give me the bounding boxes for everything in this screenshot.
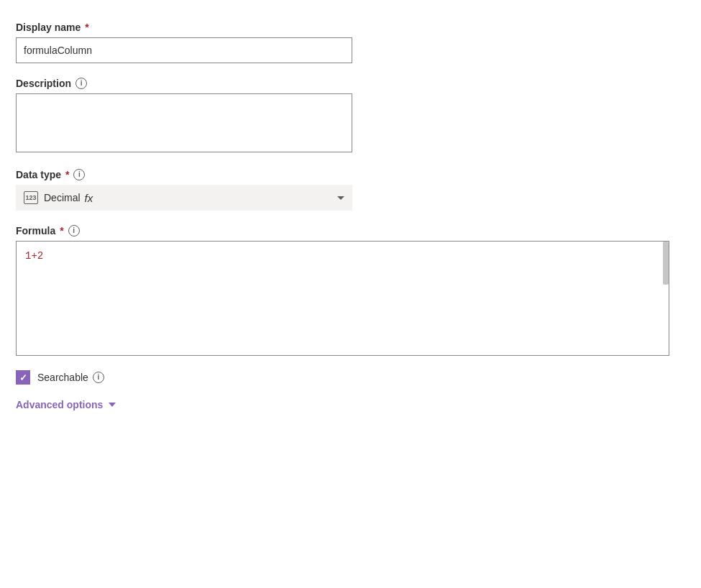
formula-scrollbar [663,242,669,285]
data-type-selected-value: Decimal [44,192,81,203]
advanced-options-label: Advanced options [16,399,103,410]
form-container: Display name * Description i Data type *… [16,22,685,410]
fx-symbol: fx [85,192,93,204]
advanced-options-row[interactable]: Advanced options [16,399,685,410]
display-name-label-text: Display name [16,22,81,33]
searchable-info-icon[interactable]: i [93,372,104,383]
searchable-label-row: Searchable i [37,372,104,383]
display-name-label: Display name * [16,22,685,33]
data-type-label-row: Data type * i [16,169,685,180]
data-type-icon-box: 123 [24,191,38,204]
data-type-field-group: Data type * i 123 Decimal fx [16,169,685,211]
data-type-label-text: Data type [16,169,61,180]
checkmark-icon: ✓ [19,373,27,382]
display-name-required: * [85,22,88,33]
description-field-group: Description i [16,78,685,155]
data-type-icon-label: 123 [25,194,36,201]
formula-required: * [60,225,63,236]
formula-value: 1+2 [17,242,669,271]
data-type-select[interactable]: 123 Decimal fx [16,185,352,211]
formula-label-text: Formula [16,225,55,236]
display-name-input[interactable] [16,37,352,63]
formula-editor[interactable]: 1+2 [16,241,669,356]
description-label-row: Description i [16,78,685,89]
advanced-options-chevron-icon [109,403,116,407]
description-label-text: Description [16,78,71,89]
formula-info-icon[interactable]: i [68,225,80,236]
searchable-row: ✓ Searchable i [16,370,685,385]
searchable-label-text: Searchable [37,372,88,383]
display-name-field-group: Display name * [16,22,685,63]
description-info-icon[interactable]: i [75,78,87,89]
data-type-required: * [65,169,69,180]
data-type-select-text: Decimal fx [44,192,331,204]
formula-label-row: Formula * i [16,225,685,236]
formula-field-group: Formula * i 1+2 [16,225,685,356]
data-type-chevron-icon [337,196,344,200]
description-textarea[interactable] [16,93,352,152]
data-type-info-icon[interactable]: i [73,169,85,180]
searchable-checkbox[interactable]: ✓ [16,370,30,385]
